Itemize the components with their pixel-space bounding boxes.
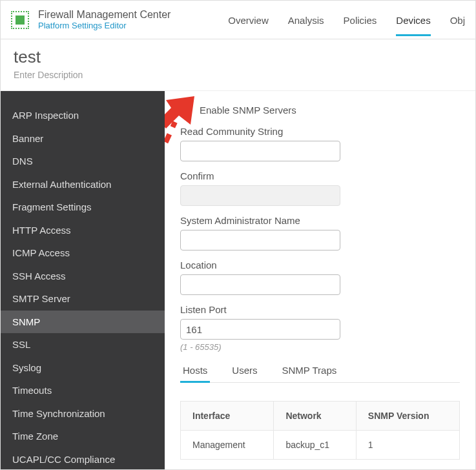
top-nav: Overview Analysis Policies Devices Obj [228, 1, 465, 39]
sidebar-item-syslog[interactable]: Syslog [1, 356, 165, 380]
page-header: test Enter Description [1, 39, 475, 91]
cell-interface: Management [181, 431, 274, 460]
sidebar-item-snmp[interactable]: SNMP [1, 311, 165, 334]
sidebar-item-time-zone[interactable]: Time Zone [1, 425, 165, 448]
nav-analysis[interactable]: Analysis [288, 3, 324, 36]
location-label: Location [180, 260, 460, 271]
enable-snmp-label: Enable SNMP Servers [200, 105, 296, 116]
sidebar-item-ucapl-cc-compliance[interactable]: UCAPL/CC Compliance [1, 448, 165, 470]
th-snmp-version: SNMP Version [356, 402, 459, 431]
sidebar-item-time-synchronization[interactable]: Time Synchronization [1, 402, 165, 425]
confirm-input[interactable] [180, 185, 340, 206]
nav-devices[interactable]: Devices [396, 3, 430, 36]
sidebar-item-fragment-settings[interactable]: Fragment Settings [1, 196, 165, 219]
app-root: Firewall Management Center Platform Sett… [0, 0, 476, 470]
sidebar-item-ssl[interactable]: SSL [1, 333, 165, 356]
sidebar-item-arp-inspection[interactable]: ARP Inspection [1, 104, 165, 127]
nav-policies[interactable]: Policies [344, 3, 377, 36]
content-panel: Enable SNMP Servers Read Community Strin… [165, 91, 475, 469]
admin-name-label: System Administrator Name [180, 215, 460, 226]
sidebar-item-banner[interactable]: Banner [1, 127, 165, 150]
admin-name-input[interactable] [180, 230, 340, 250]
app-header: Firewall Management Center Platform Sett… [1, 1, 475, 39]
brand-logo-icon [11, 11, 29, 29]
svg-line-0 [165, 122, 175, 203]
tab-hosts[interactable]: Hosts [180, 361, 210, 382]
sidebar-item-dns[interactable]: DNS [1, 150, 165, 173]
listen-port-help: (1 - 65535) [180, 342, 460, 352]
th-interface: Interface [181, 402, 274, 431]
tab-snmp-traps[interactable]: SNMP Traps [280, 361, 340, 382]
sidebar-item-icmp-access[interactable]: ICMP Access [1, 241, 165, 265]
hosts-table: Interface Network SNMP Version Managemen… [180, 401, 460, 460]
nav-overview[interactable]: Overview [228, 3, 269, 36]
page-description-placeholder[interactable]: Enter Description [14, 70, 462, 80]
nav-objects[interactable]: Obj [450, 3, 465, 36]
tab-users[interactable]: Users [229, 361, 260, 382]
cell-version: 1 [356, 431, 459, 460]
sidebar-item-ssh-access[interactable]: SSH Access [1, 265, 165, 288]
enable-snmp-checkbox[interactable] [180, 104, 192, 116]
read-community-input[interactable] [180, 141, 340, 161]
listen-port-input[interactable] [180, 319, 340, 340]
th-network: Network [274, 402, 356, 431]
snmp-tabs: Hosts Users SNMP Traps [180, 361, 460, 383]
page-title: test [14, 47, 462, 67]
listen-port-label: Listen Port [180, 304, 460, 315]
main-body: ARP Inspection Banner DNS External Authe… [1, 91, 475, 469]
sidebar-item-external-authentication[interactable]: External Authentication [1, 173, 165, 196]
brand-title: Firewall Management Center [38, 9, 171, 21]
table-row[interactable]: Management backup_c1 1 [181, 431, 460, 460]
sidebar: ARP Inspection Banner DNS External Authe… [1, 91, 165, 469]
brand-subtitle[interactable]: Platform Settings Editor [38, 21, 171, 30]
confirm-label: Confirm [180, 170, 460, 181]
cell-network: backup_c1 [274, 431, 356, 460]
read-community-label: Read Community String [180, 126, 460, 137]
location-input[interactable] [180, 274, 340, 295]
sidebar-item-timeouts[interactable]: Timeouts [1, 379, 165, 402]
sidebar-item-http-access[interactable]: HTTP Access [1, 219, 165, 242]
sidebar-item-smtp-server[interactable]: SMTP Server [1, 287, 165, 311]
